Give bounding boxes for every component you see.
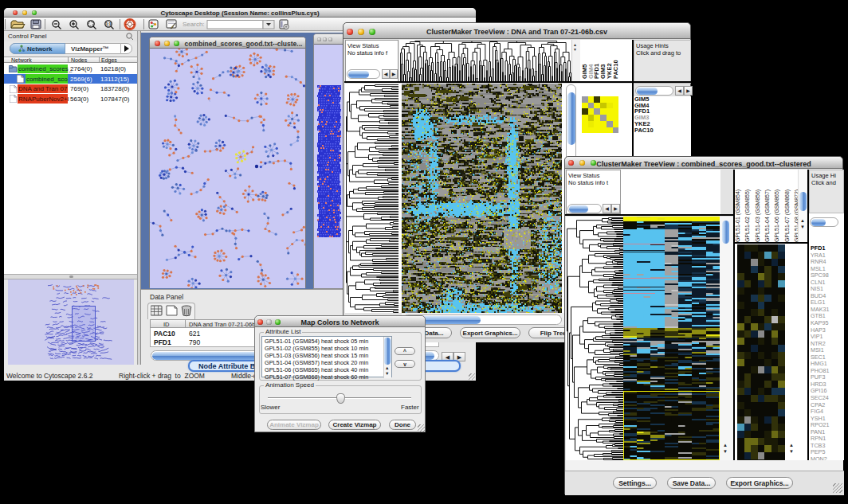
svg-text:1:1: 1:1 (106, 22, 112, 26)
svg-text:Search:: Search: (183, 21, 205, 28)
